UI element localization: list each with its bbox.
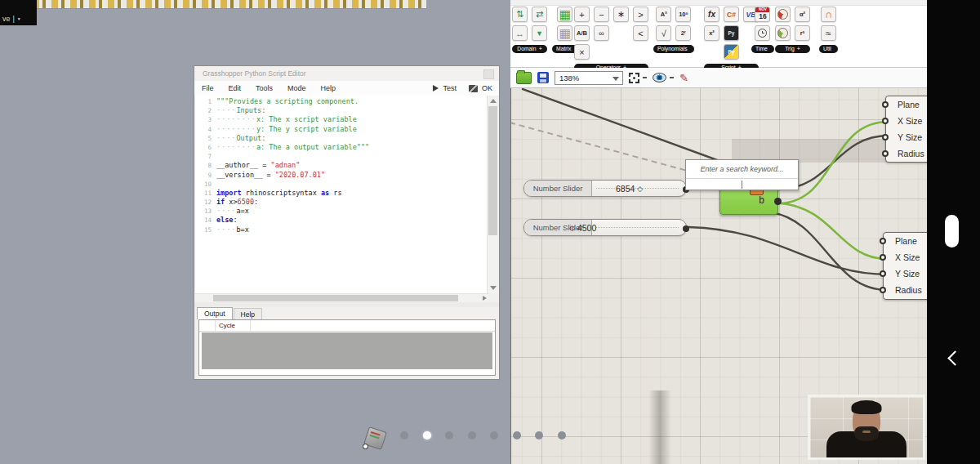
scroll-down-icon[interactable] (490, 286, 497, 290)
deconstruct-matrix-icon[interactable]: ▦ (557, 25, 572, 41)
tab-help[interactable]: Help (234, 308, 262, 319)
power-icon[interactable]: A² (656, 7, 671, 22)
mass-addition-icon[interactable]: ∗ (613, 7, 629, 22)
input-socket[interactable] (880, 270, 886, 277)
menu-file[interactable]: File (194, 81, 221, 96)
carousel-dot[interactable] (445, 431, 453, 439)
input-socket[interactable] (880, 254, 886, 261)
csharp-script-icon[interactable]: C# (724, 7, 739, 22)
chevron-down-icon[interactable] (612, 77, 619, 81)
zoom-extents-icon[interactable] (629, 73, 639, 83)
interpolate-data-icon[interactable]: ≈ (821, 25, 836, 41)
vertical-scrollbar[interactable] (487, 96, 498, 293)
expression-icon[interactable]: fx (704, 7, 719, 22)
carousel-dot[interactable] (490, 431, 498, 439)
gaussian-icon[interactable]: ∩ (821, 7, 836, 22)
input-socket[interactable] (882, 101, 889, 108)
vertical-scroll-thumb[interactable] (488, 106, 497, 235)
menu-mode[interactable]: Mode (280, 81, 314, 96)
wire-green-to-bottom-xsize[interactable] (781, 203, 888, 259)
power-of-2-icon[interactable]: 2ʳ (675, 25, 691, 41)
divide-domain-icon[interactable]: ↔ (512, 25, 528, 41)
code-segment: """Provides a scripting component. (216, 97, 359, 105)
scroll-indicator-pill[interactable] (945, 215, 959, 248)
group-label-pill[interactable]: Time (751, 45, 774, 53)
input-socket[interactable] (882, 150, 889, 157)
number-slider-4500[interactable]: Number Slider 4500 ◇ (523, 219, 687, 236)
grasshopper-tabstrip-sliver (510, 0, 927, 6)
horizontal-scrollbar[interactable] (195, 293, 489, 302)
input-label: Y Size (895, 269, 920, 279)
carousel-dot[interactable] (423, 431, 431, 439)
python-script-editor-window: Grasshopper Python Script Editor File Ed… (194, 65, 500, 380)
square-root-icon[interactable]: √ (656, 25, 671, 41)
group-label-pill[interactable]: Trig+ (775, 45, 810, 53)
group-label-pill[interactable]: Polynomials (653, 45, 694, 53)
calendar-date-icon[interactable]: NOV16 (755, 7, 770, 22)
carousel-dot[interactable] (558, 431, 566, 439)
ok-button[interactable]: OK (482, 84, 492, 92)
group-label-pill[interactable]: Domain+ (512, 45, 547, 53)
horizontal-scroll-thumb[interactable] (213, 295, 458, 301)
wire-dark-to-bottom-radius[interactable] (771, 212, 888, 290)
radians-icon[interactable] (775, 25, 791, 41)
slider-handle-icon[interactable]: ◇ (569, 224, 575, 232)
trig-alpha-icon[interactable]: α² (795, 7, 810, 22)
save-file-icon[interactable] (537, 72, 549, 83)
clock-time-icon[interactable] (755, 25, 770, 41)
group-label-pill[interactable]: Util (819, 45, 838, 53)
construct-domain-icon[interactable]: ⇅ (512, 7, 528, 22)
power-of-10-icon[interactable]: 10ⁿ (675, 7, 691, 22)
input-socket[interactable] (880, 287, 886, 293)
carousel-dot[interactable] (513, 431, 521, 439)
menu-edit[interactable]: Edit (221, 81, 249, 96)
trig-r-icon[interactable]: rˢ (795, 25, 810, 41)
subtraction-icon[interactable]: − (594, 7, 609, 22)
scroll-right-icon[interactable] (483, 296, 487, 301)
zoom-level-select[interactable]: 138% (555, 71, 623, 85)
dropdown-caret-icon[interactable] (670, 77, 674, 78)
slider-handle-icon[interactable]: ◇ (637, 185, 643, 193)
input-socket[interactable] (880, 238, 886, 244)
number-slider-6854[interactable]: Number Slider 6854 ◇ (523, 180, 687, 197)
evaluate-expression-icon[interactable]: x² (704, 25, 719, 41)
code-segment: import (216, 189, 242, 197)
input-socket[interactable] (882, 118, 889, 124)
multiplication-icon[interactable]: × (574, 44, 590, 60)
dropdown-caret-icon[interactable] (643, 77, 647, 78)
component-output-socket[interactable] (774, 198, 782, 205)
input-socket[interactable] (882, 134, 889, 141)
slider-track[interactable] (596, 227, 679, 228)
degrees-icon[interactable] (775, 7, 791, 22)
window-close-button[interactable] (483, 69, 494, 79)
test-button[interactable]: Test (443, 84, 457, 92)
tab-output[interactable]: Output (197, 307, 233, 319)
viewport-tab[interactable]: ve|▼ (0, 0, 37, 25)
menu-tools[interactable]: Tools (248, 81, 280, 96)
code-segment: "adnan" (271, 161, 301, 169)
python-script-icon[interactable]: Py (724, 25, 739, 41)
slider-output-socket[interactable] (683, 225, 689, 232)
code-editor-area[interactable]: 1 """Provides a scripting component. 2 ·… (195, 96, 489, 295)
larger-than-icon[interactable]: > (633, 7, 648, 22)
sketch-pen-icon[interactable]: ✎ (679, 73, 688, 83)
addition-icon[interactable]: + (574, 7, 590, 22)
chevron-left-icon[interactable] (947, 350, 962, 365)
carousel-dot[interactable] (400, 431, 408, 439)
scroll-up-icon[interactable] (490, 99, 497, 103)
remap-numbers-icon[interactable]: ⇄ (532, 7, 547, 22)
carousel-dot[interactable] (535, 431, 543, 439)
carousel-dot[interactable] (468, 431, 476, 439)
preview-eye-icon[interactable] (653, 73, 666, 83)
search-input[interactable] (686, 179, 798, 190)
consecutive-domains-icon[interactable]: ▼ (532, 25, 547, 41)
menu-help[interactable]: Help (314, 81, 344, 96)
construct-matrix-icon[interactable]: ▦ (557, 7, 572, 22)
division-icon[interactable]: A/B (574, 25, 590, 41)
smaller-than-icon[interactable]: < (633, 25, 648, 41)
code-line: 5 ····Output: (195, 134, 489, 143)
similarity-icon[interactable]: ∞ (594, 25, 609, 41)
open-file-icon[interactable] (516, 72, 532, 84)
ghpython-script-icon[interactable]: Py (724, 44, 739, 60)
viewport-dropdown-icon[interactable]: ▼ (17, 16, 21, 23)
